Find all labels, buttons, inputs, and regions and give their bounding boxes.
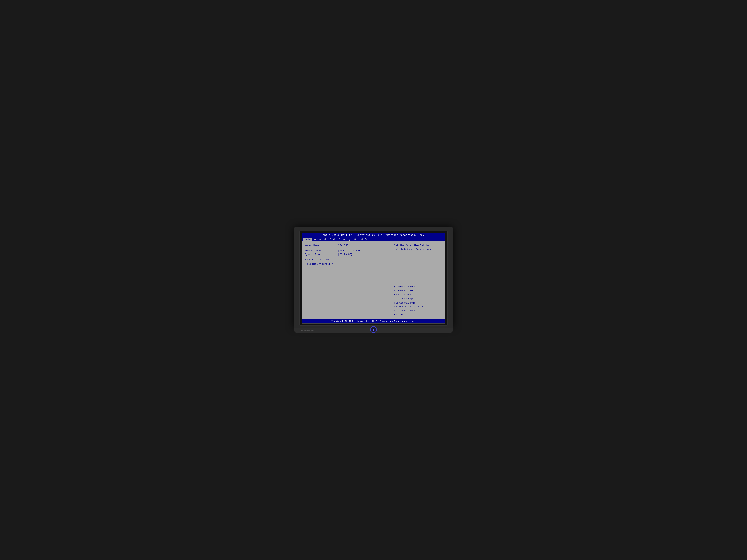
- shortcut-key-select-item: ↕: Select Item: [394, 290, 413, 292]
- system-date-row[interactable]: System Date [Thu 10/01/2009]: [305, 249, 388, 252]
- title-bar: Aptio Setup Utility - Copyright (C) 2012…: [302, 233, 445, 237]
- shortcut-key-f9: F9: Optimized Defaults: [394, 305, 423, 308]
- shortcut-f1: F1: General Help: [394, 301, 443, 305]
- shortcut-enter: Enter: Select: [394, 293, 443, 297]
- content-area: Model Name MS-16H5 System Date [Thu 10/0…: [302, 241, 445, 319]
- shortcut-key-f10: F10: Save & Reset: [394, 310, 417, 312]
- shortcut-key-enter: Enter: Select: [394, 294, 411, 296]
- model-name-row: Model Name MS-16H5: [305, 244, 388, 247]
- power-icon: ⏺: [372, 328, 375, 331]
- shortcut-select-item: ↕: Select Item: [394, 289, 443, 293]
- footer-bar: Version 2.15.1236. Copyright (C) 2012 Am…: [302, 319, 445, 323]
- laptop-bottom: ⏺: [294, 327, 453, 333]
- system-time-value[interactable]: [00:23:06]: [338, 253, 353, 256]
- system-information-item[interactable]: ► System Information: [305, 263, 388, 265]
- arrow-icon-2: ►: [305, 263, 306, 265]
- shortcut-key-change-opt: +/-: Change Opt.: [394, 298, 415, 300]
- menu-item-main[interactable]: Main: [303, 238, 312, 241]
- model-name-value: MS-16H5: [338, 244, 348, 247]
- brand-label: YBERPOWERPC: [300, 329, 315, 332]
- menu-bar: Main Advanced Boot Security Save & Exit: [302, 237, 445, 241]
- help-description: Set the Date. Use Tab toswitch between D…: [394, 244, 436, 251]
- sata-information-label: SATA Information: [307, 258, 330, 261]
- shortcuts-area: ⇄: Select Screen ↕: Select Item Enter: S…: [394, 285, 443, 317]
- system-date-value[interactable]: [Thu 10/01/2009]: [338, 249, 361, 252]
- system-information-label: System Information: [307, 263, 333, 265]
- shortcut-select-screen: ⇄: Select Screen: [394, 285, 443, 289]
- help-text-area: Set the Date. Use Tab toswitch between D…: [394, 244, 443, 283]
- power-button[interactable]: ⏺: [370, 326, 377, 333]
- shortcut-key-f1: F1: General Help: [394, 302, 415, 304]
- menu-item-save-exit[interactable]: Save & Exit: [352, 238, 372, 241]
- sata-information-item[interactable]: ► SATA Information: [305, 258, 388, 261]
- menu-item-boot[interactable]: Boot: [328, 238, 337, 241]
- shortcut-change-opt: +/-: Change Opt.: [394, 297, 443, 301]
- shortcut-esc: ESC: Exit: [394, 313, 443, 317]
- left-panel: Model Name MS-16H5 System Date [Thu 10/0…: [302, 241, 391, 319]
- arrow-icon: ►: [305, 259, 306, 261]
- model-name-label: Model Name: [305, 244, 338, 247]
- shortcut-key-select-screen: ⇄: Select Screen: [394, 286, 415, 288]
- shortcut-key-esc: ESC: Exit: [394, 314, 406, 316]
- system-time-label: System Time: [305, 253, 338, 256]
- menu-item-advanced[interactable]: Advanced: [312, 238, 328, 241]
- system-time-row[interactable]: System Time [00:23:06]: [305, 253, 388, 256]
- menu-item-security[interactable]: Security: [337, 238, 352, 241]
- system-date-label: System Date: [305, 249, 338, 252]
- shortcut-f9: F9: Optimized Defaults: [394, 305, 443, 309]
- right-panel: Set the Date. Use Tab toswitch between D…: [391, 241, 445, 319]
- shortcut-f10: F10: Save & Reset: [394, 309, 443, 313]
